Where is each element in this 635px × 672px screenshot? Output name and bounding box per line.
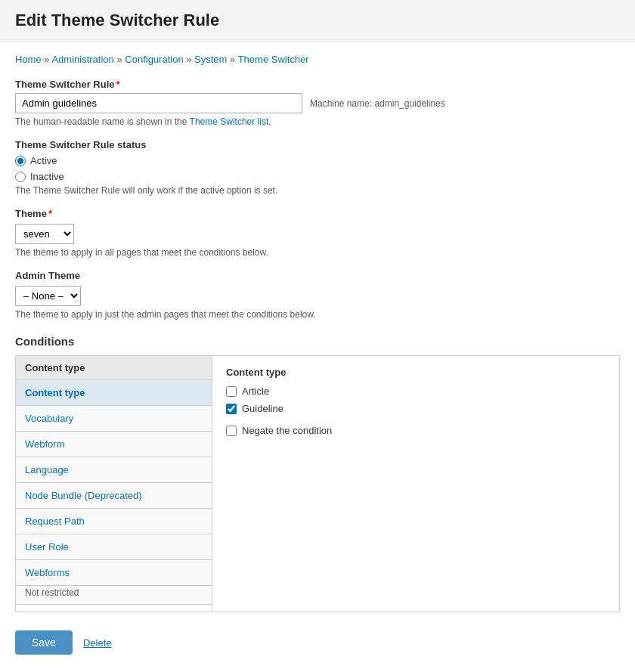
negate-section: Negate the condition [226, 425, 606, 436]
negate-checkbox[interactable] [226, 426, 237, 436]
condition-item-request-path[interactable]: Request Path [16, 509, 212, 534]
theme-switcher-rule-input[interactable] [15, 93, 302, 113]
status-active-radio[interactable] [15, 156, 26, 166]
theme-switcher-rule-label: Theme Switcher Rule* [15, 79, 620, 90]
condition-item-user-role[interactable]: User Role [16, 534, 212, 560]
status-active-label[interactable]: Active [15, 155, 620, 166]
status-radio-group: Active Inactive [15, 155, 620, 182]
checkbox-guideline-label[interactable]: Guideline [226, 403, 606, 414]
admin-theme-section: Admin Theme – None – seven bartik The th… [15, 270, 620, 320]
admin-theme-desc: The theme to apply in just the admin pag… [15, 309, 620, 320]
negate-label[interactable]: Negate the condition [226, 425, 606, 436]
breadcrumb-home[interactable]: Home [15, 54, 42, 65]
breadcrumb-administration[interactable]: Administration [51, 54, 113, 65]
admin-theme-select-wrapper: – None – seven bartik [15, 286, 620, 306]
delete-button[interactable]: Delete [83, 637, 112, 649]
checkbox-article[interactable] [226, 386, 237, 397]
condition-item-webforms-sub: Not restricted [16, 586, 212, 605]
status-section: Theme Switcher Rule status Active Inacti… [15, 139, 620, 196]
theme-section: Theme* seven bartik garland The theme to… [15, 208, 620, 258]
form-actions: Save Delete [15, 630, 620, 655]
conditions-left-panel: Content type Content type Vocabulary Web… [16, 356, 212, 612]
machine-name-text: Machine name: admin_guidelines [310, 98, 445, 109]
status-active-text: Active [30, 155, 57, 166]
checkbox-guideline[interactable] [226, 404, 237, 414]
theme-desc: The theme to apply in all pages that mee… [15, 247, 620, 258]
status-inactive-radio[interactable] [15, 172, 26, 182]
checkbox-article-text: Article [242, 386, 269, 397]
condition-item-node-bundle[interactable]: Node Bundle (Deprecated) [16, 483, 212, 509]
theme-select-wrapper: seven bartik garland [15, 224, 620, 244]
conditions-table: Content type Content type Vocabulary Web… [15, 355, 620, 612]
checkbox-article-label[interactable]: Article [226, 386, 606, 397]
breadcrumb-theme-switcher[interactable]: Theme Switcher [238, 54, 309, 65]
condition-item-webforms[interactable]: Webforms [16, 560, 212, 586]
conditions-left-header: Content type [16, 356, 212, 380]
page-title: Edit Theme Switcher Rule [15, 11, 620, 30]
condition-item-vocabulary[interactable]: Vocabulary [16, 406, 212, 432]
breadcrumb: Home » Administration » Configuration » … [15, 54, 620, 65]
status-label: Theme Switcher Rule status [15, 139, 620, 150]
theme-switcher-rule-section: Theme Switcher Rule* Machine name: admin… [15, 79, 620, 127]
save-button[interactable]: Save [15, 630, 73, 655]
theme-select[interactable]: seven bartik garland [15, 224, 74, 244]
breadcrumb-system[interactable]: System [194, 54, 227, 65]
negate-text: Negate the condition [242, 425, 332, 436]
status-inactive-text: Inactive [30, 171, 64, 182]
machine-name-wrapper: Machine name: admin_guidelines [15, 93, 620, 113]
checkbox-guideline-text: Guideline [242, 403, 283, 414]
conditions-section: Conditions Content type Content type Voc… [15, 335, 620, 612]
condition-item-language[interactable]: Language [16, 457, 212, 483]
condition-item-webform[interactable]: Webform [16, 432, 212, 457]
theme-switcher-rule-desc: The human-readable name is shown in the … [15, 116, 620, 127]
theme-switcher-list-link[interactable]: Theme Switcher list [190, 116, 269, 127]
conditions-title: Conditions [15, 335, 620, 348]
theme-label: Theme* [15, 208, 620, 219]
breadcrumb-configuration[interactable]: Configuration [125, 54, 183, 65]
conditions-right-panel: Content type Article Guideline Negate th… [212, 356, 619, 612]
admin-theme-label: Admin Theme [15, 270, 620, 281]
condition-item-content-type[interactable]: Content type [16, 380, 212, 406]
status-desc: The Theme Switcher Rule will only work i… [15, 185, 620, 196]
conditions-right-title: Content type [226, 367, 606, 378]
status-inactive-label[interactable]: Inactive [15, 171, 620, 182]
admin-theme-select[interactable]: – None – seven bartik [15, 286, 81, 306]
